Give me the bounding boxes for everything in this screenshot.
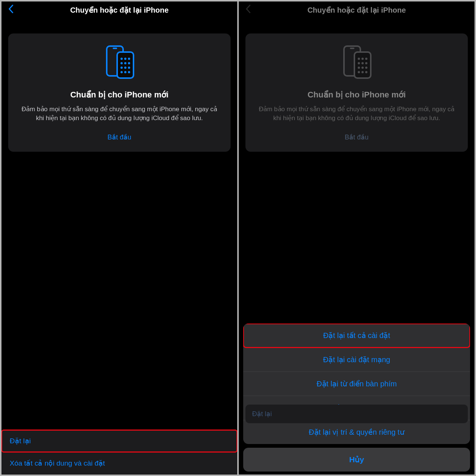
svg-point-26: [365, 67, 367, 69]
svg-point-18: [358, 58, 360, 60]
svg-point-6: [120, 62, 123, 64]
devices-transfer-icon: [253, 44, 460, 81]
svg-point-27: [358, 71, 360, 73]
svg-point-22: [361, 62, 364, 64]
card-body: Đảm bảo mọi thứ sẵn sàng để chuyển sang …: [253, 105, 460, 123]
svg-point-28: [361, 71, 364, 73]
svg-point-14: [128, 71, 130, 73]
page-title: Chuyển hoặc đặt lại iPhone: [239, 6, 475, 15]
svg-rect-2: [117, 52, 134, 78]
svg-point-10: [124, 67, 126, 69]
svg-point-19: [361, 58, 364, 60]
card-title: Chuẩn bị cho iPhone mới: [16, 90, 223, 100]
reset-row[interactable]: Đặt lại: [1, 430, 237, 452]
card-title: Chuẩn bị cho iPhone mới: [253, 90, 460, 100]
screen-right: Chuyển hoặc đặt lại iPhone Chuẩn bị cho …: [239, 1, 475, 475]
svg-point-13: [124, 71, 126, 73]
svg-point-20: [365, 58, 367, 60]
nav-header: Chuyển hoặc đặt lại iPhone: [239, 1, 475, 19]
reset-all-settings-button[interactable]: Đặt lại tất cả cài đặt: [243, 324, 470, 348]
card-body: Đảm bảo mọi thứ sẵn sàng để chuyển sang …: [16, 105, 223, 123]
nav-header: Chuyển hoặc đặt lại iPhone: [1, 1, 237, 19]
screen-left: Chuyển hoặc đặt lại iPhone Chuẩn bị cho …: [1, 1, 237, 475]
svg-point-25: [361, 67, 364, 69]
svg-point-4: [124, 58, 126, 60]
reset-home-layout-button[interactable]: Đặt lại bố cục Màn hình chính: [243, 396, 470, 420]
reset-keyboard-dictionary-button[interactable]: Đặt lại từ điển bàn phím: [243, 372, 470, 396]
svg-point-24: [358, 67, 360, 69]
reset-action-sheet: Đặt lại tất cả cài đặt Đặt lại cài đặt m…: [243, 324, 470, 472]
bottom-menu: Đặt lại Xóa tất cả nội dung và cài đặt: [1, 430, 237, 475]
svg-rect-1: [113, 48, 117, 49]
devices-transfer-icon: [16, 44, 223, 81]
reset-row-behind: Đặt lại: [245, 405, 468, 423]
svg-point-8: [128, 62, 130, 64]
cancel-button[interactable]: Hủy: [243, 448, 470, 472]
svg-point-9: [120, 67, 123, 69]
svg-point-11: [128, 67, 130, 69]
reset-network-settings-button[interactable]: Đặt lại cài đặt mạng: [243, 348, 470, 372]
svg-point-7: [124, 62, 126, 64]
svg-point-3: [120, 58, 123, 60]
svg-rect-16: [350, 48, 354, 49]
page-title: Chuyển hoặc đặt lại iPhone: [1, 6, 237, 15]
sheet-options-group: Đặt lại tất cả cài đặt Đặt lại cài đặt m…: [243, 324, 470, 444]
get-started-button[interactable]: Bắt đầu: [16, 132, 223, 143]
prepare-card: Chuẩn bị cho iPhone mới Đảm bảo mọi thứ …: [245, 33, 468, 152]
erase-all-row[interactable]: Xóa tất cả nội dung và cài đặt: [1, 452, 237, 475]
svg-point-29: [365, 71, 367, 73]
reset-location-privacy-button[interactable]: Đặt lại vị trí & quyền riêng tư: [243, 420, 470, 444]
svg-rect-17: [354, 52, 371, 78]
svg-point-21: [358, 62, 360, 64]
svg-point-23: [365, 62, 367, 64]
svg-point-12: [120, 71, 123, 73]
get-started-button: Bắt đầu: [253, 132, 460, 143]
svg-point-5: [128, 58, 130, 60]
prepare-card: Chuẩn bị cho iPhone mới Đảm bảo mọi thứ …: [8, 33, 231, 152]
